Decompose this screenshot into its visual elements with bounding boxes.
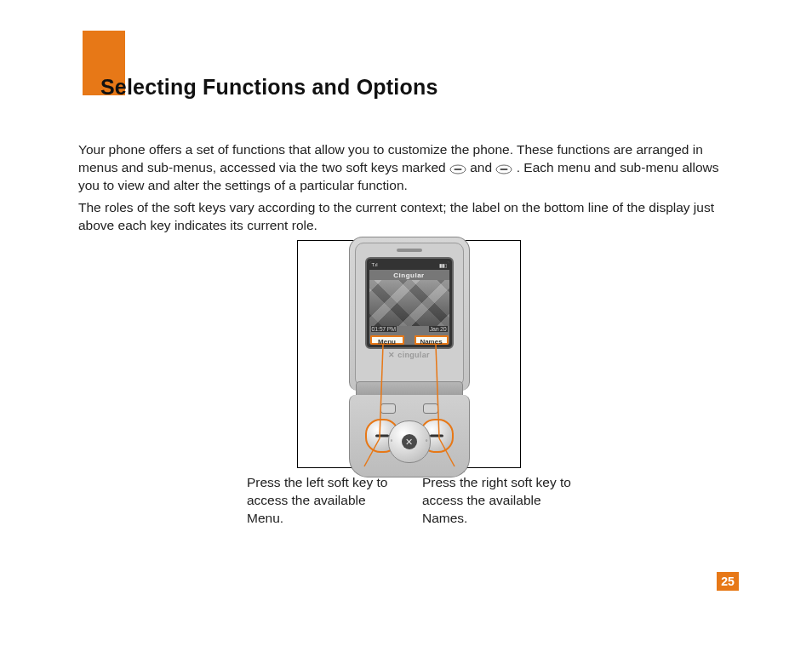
phone-screen: T.ıl ▮▮▯ Cingular 01:57 PM Jan 20 Menu N… <box>369 261 449 345</box>
side-small-key-left <box>380 403 396 414</box>
signal-icon: T.ıl <box>372 262 378 267</box>
time-label: 01:57 PM <box>371 326 397 332</box>
navigation-dpad: ✕ ◦ ◦ <box>388 420 431 463</box>
earpiece-icon <box>397 249 422 252</box>
dpad-right-icon: ◦ <box>426 437 428 444</box>
phone-top-bezel: T.ıl ▮▮▯ Cingular 01:57 PM Jan 20 Menu N… <box>355 243 464 386</box>
right-softkey-screen-label: Names <box>415 335 449 345</box>
intro-paragraph-2: The roles of the soft keys vary accordin… <box>78 199 739 235</box>
svg-rect-3 <box>500 169 508 170</box>
carrier-label: Cingular <box>369 272 449 279</box>
screen-frame: T.ıl ▮▮▯ Cingular 01:57 PM Jan 20 Menu N… <box>365 257 454 349</box>
battery-icon: ▮▮▯ <box>439 262 446 268</box>
intro-paragraph-1b: and <box>470 160 495 174</box>
phone-illustration-figure: T.ıl ▮▮▯ Cingular 01:57 PM Jan 20 Menu N… <box>297 240 521 468</box>
intro-paragraph-1: Your phone offers a set of functions tha… <box>78 141 739 195</box>
right-softkey-icon <box>495 164 512 174</box>
wallpaper <box>369 280 449 326</box>
dpad-left-icon: ◦ <box>391 437 393 444</box>
screen-datetime-row: 01:57 PM Jan 20 <box>369 326 449 335</box>
left-softkey-screen-label: Menu <box>370 335 404 345</box>
left-softkey-caption: Press the left soft key to access the av… <box>247 474 400 528</box>
left-softkey-icon <box>449 164 466 174</box>
svg-rect-1 <box>454 169 461 170</box>
brand-label: ✕ cingular <box>356 351 463 359</box>
page-title: Selecting Functions and Options <box>100 75 438 100</box>
date-label: Jan 20 <box>429 326 448 332</box>
phone-top-flip: T.ıl ▮▮▯ Cingular 01:57 PM Jan 20 Menu N… <box>349 237 470 391</box>
status-bar: T.ıl ▮▮▯ <box>369 261 449 270</box>
right-softkey-caption: Press the right soft key to access the a… <box>422 474 575 528</box>
phone-keypad-body: ✕ ◦ ◦ <box>349 395 470 477</box>
dpad-center-icon: ✕ <box>402 434 417 449</box>
side-small-key-right <box>423 403 438 414</box>
page-number: 25 <box>717 572 739 591</box>
